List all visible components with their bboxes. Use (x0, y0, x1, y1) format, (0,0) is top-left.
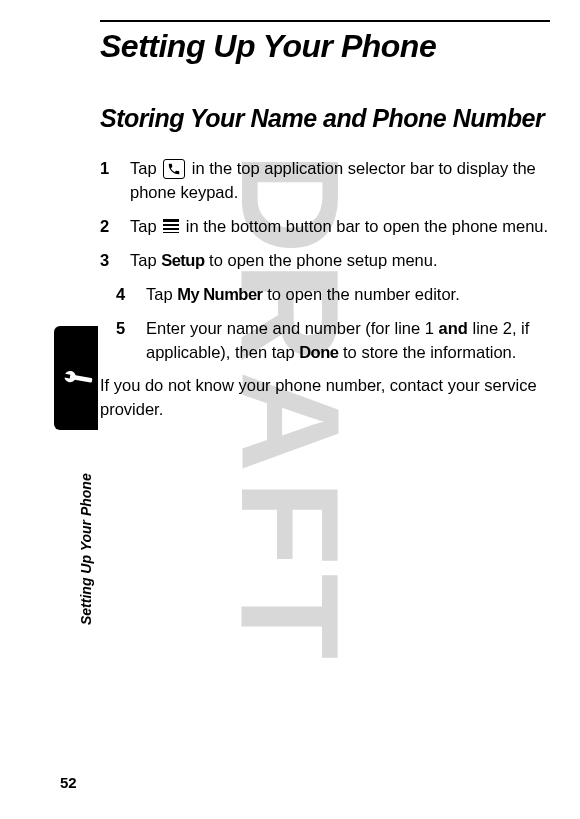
step-text: Tap in the bottom button bar to open the… (130, 215, 550, 239)
step-2: 2 Tap in the bottom button bar to open t… (100, 215, 550, 239)
ui-label-setup: Setup (161, 251, 204, 269)
text-fragment: Tap (130, 159, 161, 177)
step-5: 5 Enter your name and number (for line 1… (100, 317, 550, 365)
text-fragment: in the bottom button bar to open the pho… (181, 217, 548, 235)
step-number: 1 (100, 157, 130, 205)
text-fragment: Tap (130, 217, 161, 235)
text-fragment: to open the phone setup menu. (205, 251, 438, 269)
ui-label-mynumber: My Number (177, 285, 262, 303)
text-fragment: Tap (146, 285, 177, 303)
text-fragment: to open the number editor. (263, 285, 460, 303)
step-number: 5 (116, 317, 146, 365)
chapter-title: Setting Up Your Phone (100, 20, 550, 65)
svg-rect-0 (163, 219, 179, 222)
steps-list-indented: 4 Tap My Number to open the number edito… (100, 283, 550, 365)
ui-label-done: Done (299, 343, 338, 361)
steps-list: 1 Tap in the top application selector ba… (100, 157, 550, 273)
step-number: 4 (116, 283, 146, 307)
svg-rect-1 (163, 224, 179, 226)
step-4: 4 Tap My Number to open the number edito… (100, 283, 550, 307)
step-text: Tap Setup to open the phone setup menu. (130, 249, 550, 273)
step-number: 2 (100, 215, 130, 239)
page-content: Setting Up Your Phone Storing Your Name … (0, 0, 580, 819)
svg-rect-3 (163, 232, 179, 233)
bold-text: and (439, 319, 468, 337)
step-text: Tap My Number to open the number editor. (146, 283, 550, 307)
step-1: 1 Tap in the top application selector ba… (100, 157, 550, 205)
footer-note: If you do not know your phone number, co… (100, 374, 550, 422)
text-fragment: Tap (130, 251, 161, 269)
text-fragment: Enter your name and number (for line 1 (146, 319, 439, 337)
section-heading: Storing Your Name and Phone Number (100, 103, 550, 133)
step-3: 3 Tap Setup to open the phone setup menu… (100, 249, 550, 273)
menu-icon (163, 219, 179, 233)
step-text: Enter your name and number (for line 1 a… (146, 317, 550, 365)
step-text: Tap in the top application selector bar … (130, 157, 550, 205)
phone-icon (163, 159, 185, 179)
svg-rect-2 (163, 228, 179, 230)
step-number: 3 (100, 249, 130, 273)
text-fragment: in the top application selector bar to d… (130, 159, 536, 201)
text-fragment: to store the information. (338, 343, 516, 361)
